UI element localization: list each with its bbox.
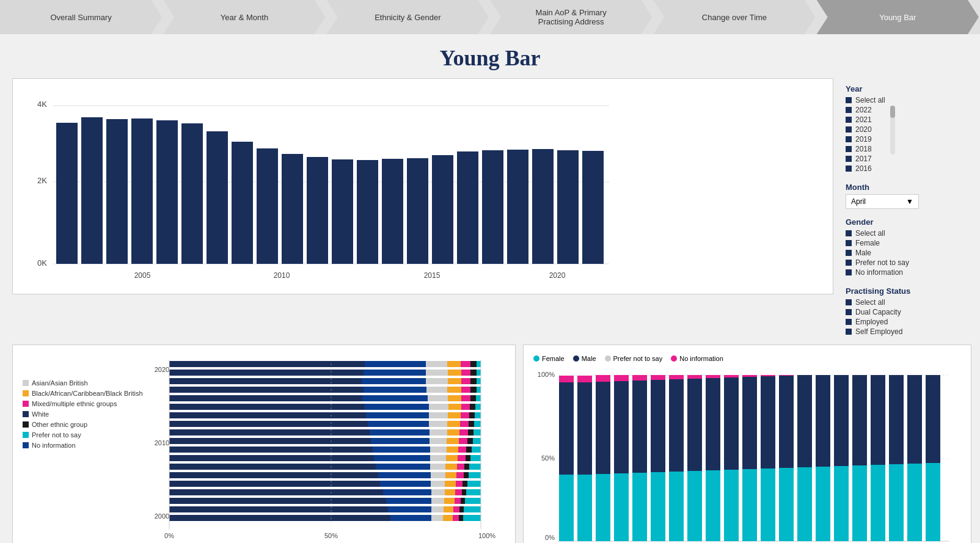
svg-text:100%: 100% xyxy=(478,532,495,539)
svg-rect-225 xyxy=(816,375,830,467)
year-2017[interactable]: 2017 xyxy=(846,155,885,163)
svg-rect-51 xyxy=(477,370,481,376)
year-2022[interactable]: 2022 xyxy=(846,106,885,114)
svg-rect-145 xyxy=(431,489,445,495)
svg-text:2005: 2005 xyxy=(134,271,151,280)
svg-rect-75 xyxy=(429,404,448,410)
svg-rect-129 xyxy=(169,472,378,478)
svg-rect-201 xyxy=(669,472,684,541)
gender-stacked-bar-chart: 100% 50% 0% 2000 2010 2020 xyxy=(533,366,961,543)
legend-dot-female xyxy=(533,355,539,362)
nav-item-change-over-time[interactable]: Change over Time xyxy=(653,0,815,34)
svg-rect-8 xyxy=(106,119,128,264)
svg-rect-167 xyxy=(443,515,453,521)
year-filter-title: Year xyxy=(846,84,968,93)
gender-filter-title: Gender xyxy=(846,217,968,227)
svg-rect-72 xyxy=(476,395,481,401)
gender-male[interactable]: Male xyxy=(846,249,968,257)
svg-rect-40 xyxy=(426,361,447,367)
svg-rect-69 xyxy=(448,395,461,401)
nav-item-main-aop[interactable]: Main AoP & PrimaryPractising Address xyxy=(490,0,652,34)
svg-rect-92 xyxy=(469,421,474,427)
svg-rect-46 xyxy=(364,370,426,376)
practising-self-employed[interactable]: Self Employed xyxy=(846,327,968,336)
svg-rect-197 xyxy=(632,375,647,381)
svg-rect-114 xyxy=(472,446,481,453)
gender-select-all[interactable]: Select all xyxy=(846,229,968,238)
ethnicity-bar-chart: 2020 2010 2000 0% 50% 100% xyxy=(145,355,505,543)
legend-color-prefer xyxy=(23,432,29,438)
svg-rect-215 xyxy=(742,375,757,377)
svg-rect-234 xyxy=(907,464,922,541)
legend-color-white xyxy=(23,411,29,417)
svg-rect-89 xyxy=(429,421,447,427)
svg-text:0%: 0% xyxy=(545,534,555,541)
svg-rect-45 xyxy=(169,370,364,376)
practising-checkbox-dual xyxy=(846,309,852,315)
year-checkbox-2022 xyxy=(846,107,852,113)
year-2016[interactable]: 2016 xyxy=(846,164,885,173)
practising-select-all[interactable]: Select all xyxy=(846,298,968,307)
gender-checkbox-male xyxy=(846,250,852,256)
svg-rect-118 xyxy=(446,455,458,461)
gender-prefer-not-to-say[interactable]: Prefer not to say xyxy=(846,258,968,267)
nav-label: Young Bar xyxy=(879,13,916,22)
svg-rect-208 xyxy=(706,378,720,470)
nav-item-ethnicity-gender[interactable]: Ethnicity & Gender xyxy=(327,0,489,34)
svg-text:2K: 2K xyxy=(37,176,47,185)
year-2019[interactable]: 2019 xyxy=(846,135,885,144)
year-select-all[interactable]: Select all xyxy=(846,96,885,104)
gender-female[interactable]: Female xyxy=(846,239,968,247)
svg-rect-126 xyxy=(457,464,464,470)
svg-rect-102 xyxy=(371,438,430,444)
svg-rect-74 xyxy=(365,404,429,410)
svg-rect-6 xyxy=(56,123,78,264)
nav-item-young-bar[interactable]: Young Bar xyxy=(817,0,979,34)
svg-rect-211 xyxy=(724,377,739,470)
nav-item-overall-summary[interactable]: Overall Summary xyxy=(0,0,162,34)
month-dropdown[interactable]: April ▼ xyxy=(846,194,919,209)
svg-rect-100 xyxy=(474,429,481,435)
nav-item-year-month[interactable]: Year & Month xyxy=(163,0,325,34)
year-2021[interactable]: 2021 xyxy=(846,115,885,124)
gender-no-information[interactable]: No information xyxy=(846,268,968,277)
svg-rect-133 xyxy=(456,472,464,478)
svg-rect-81 xyxy=(366,412,429,418)
legend-prefer: Prefer not to say xyxy=(23,431,145,439)
svg-text:50%: 50% xyxy=(541,454,555,462)
practising-dual-capacity[interactable]: Dual Capacity xyxy=(846,308,968,316)
year-2018[interactable]: 2018 xyxy=(846,145,885,153)
year-checkbox-2017 xyxy=(846,156,852,162)
ethnicity-chart-inner: Asian/Asian British Black/African/Caribb… xyxy=(23,355,505,543)
svg-rect-79 xyxy=(475,404,481,410)
practising-checkbox-employed xyxy=(846,319,852,325)
svg-rect-224 xyxy=(816,467,830,541)
year-2020[interactable]: 2020 xyxy=(846,125,885,134)
svg-rect-64 xyxy=(470,387,477,393)
svg-rect-121 xyxy=(470,455,481,461)
svg-rect-43 xyxy=(470,361,477,367)
svg-rect-13 xyxy=(232,142,253,264)
svg-rect-68 xyxy=(428,395,448,401)
svg-rect-78 xyxy=(470,404,475,410)
year-checkbox-2018 xyxy=(846,146,852,152)
gender-checkbox-female xyxy=(846,240,852,246)
svg-rect-85 xyxy=(469,412,475,418)
practising-checkbox-all xyxy=(846,299,852,305)
svg-rect-98 xyxy=(459,429,468,435)
svg-rect-143 xyxy=(169,489,383,495)
svg-rect-104 xyxy=(447,438,459,444)
svg-rect-71 xyxy=(470,395,476,401)
practising-employed[interactable]: Employed xyxy=(846,318,968,326)
svg-rect-150 xyxy=(169,498,386,504)
svg-rect-191 xyxy=(596,375,610,382)
svg-rect-62 xyxy=(447,387,461,393)
legend-mixed: Mixed/multiple ethnic groups xyxy=(23,400,145,407)
svg-rect-236 xyxy=(926,463,940,541)
svg-text:4K: 4K xyxy=(37,100,47,109)
svg-rect-106 xyxy=(467,438,473,444)
svg-rect-187 xyxy=(577,382,592,475)
svg-rect-189 xyxy=(596,474,610,541)
svg-rect-216 xyxy=(761,468,775,541)
svg-rect-142 xyxy=(467,481,481,487)
